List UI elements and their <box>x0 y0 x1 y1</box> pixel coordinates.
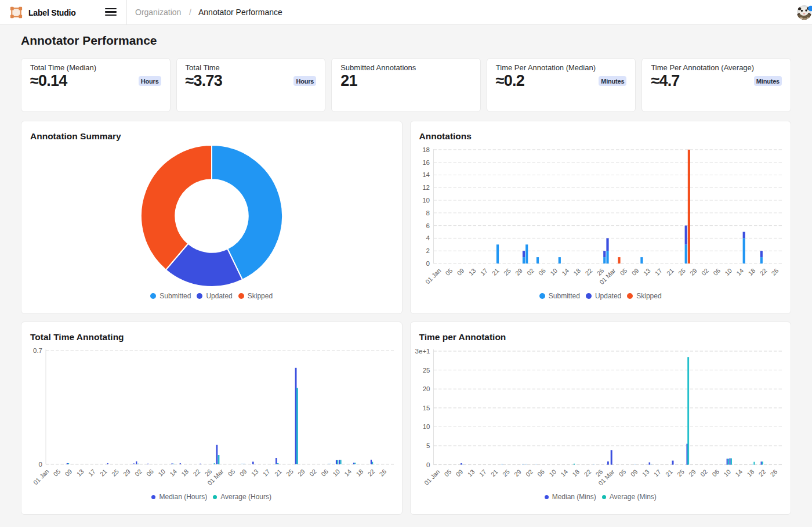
svg-text:05: 05 <box>227 468 237 478</box>
svg-text:02: 02 <box>525 267 535 277</box>
svg-text:20: 20 <box>422 385 430 392</box>
svg-text:17: 17 <box>477 468 487 478</box>
svg-text:05: 05 <box>52 468 62 478</box>
svg-text:5: 5 <box>426 442 430 449</box>
svg-text:22: 22 <box>757 468 767 478</box>
svg-text:14: 14 <box>168 468 178 478</box>
svg-text:29: 29 <box>122 468 132 478</box>
svg-text:15: 15 <box>422 405 430 412</box>
svg-text:13: 13 <box>466 468 476 478</box>
svg-text:17: 17 <box>652 468 662 478</box>
svg-text:22: 22 <box>366 468 376 478</box>
svg-text:0: 0 <box>426 260 429 267</box>
svg-text:2: 2 <box>426 247 429 254</box>
svg-text:29: 29 <box>687 468 697 478</box>
svg-text:25: 25 <box>676 267 686 277</box>
svg-text:18: 18 <box>745 468 755 478</box>
svg-text:06: 06 <box>320 468 329 478</box>
svg-text:02: 02 <box>133 468 143 478</box>
svg-text:10: 10 <box>723 267 733 277</box>
svg-text:02: 02 <box>700 267 710 277</box>
svg-text:18: 18 <box>354 468 364 478</box>
svg-text:21: 21 <box>665 267 675 277</box>
svg-text:17: 17 <box>653 267 663 277</box>
svg-text:13: 13 <box>641 267 651 277</box>
svg-text:25: 25 <box>502 267 512 277</box>
svg-text:3e+1: 3e+1 <box>415 348 430 355</box>
svg-text:18: 18 <box>572 267 582 277</box>
svg-text:6: 6 <box>426 222 429 229</box>
svg-text:17: 17 <box>478 267 488 277</box>
svg-text:09: 09 <box>629 468 639 478</box>
svg-text:13: 13 <box>467 267 477 277</box>
svg-text:22: 22 <box>582 468 592 478</box>
svg-text:17: 17 <box>262 468 271 478</box>
svg-text:18: 18 <box>746 267 756 277</box>
svg-text:29: 29 <box>512 468 522 478</box>
svg-text:06: 06 <box>537 267 547 277</box>
svg-text:18: 18 <box>422 146 430 153</box>
svg-text:29: 29 <box>513 267 523 277</box>
svg-text:05: 05 <box>618 267 628 277</box>
svg-text:12: 12 <box>422 184 430 191</box>
svg-text:0: 0 <box>39 461 42 468</box>
svg-text:10: 10 <box>422 197 430 204</box>
svg-text:06: 06 <box>712 267 722 277</box>
svg-text:21: 21 <box>664 468 673 478</box>
svg-text:25: 25 <box>110 468 120 478</box>
svg-text:14: 14 <box>559 468 569 478</box>
svg-text:16: 16 <box>422 159 430 166</box>
svg-text:14: 14 <box>343 468 353 478</box>
svg-text:21: 21 <box>489 468 499 478</box>
svg-text:13: 13 <box>250 468 260 478</box>
svg-text:09: 09 <box>455 267 465 277</box>
svg-text:0: 0 <box>426 461 430 468</box>
svg-text:05: 05 <box>617 468 627 478</box>
svg-text:05: 05 <box>444 267 454 277</box>
svg-text:05: 05 <box>443 468 452 478</box>
svg-text:21: 21 <box>273 468 283 478</box>
svg-text:09: 09 <box>238 468 248 478</box>
svg-text:29: 29 <box>688 267 698 277</box>
svg-text:10: 10 <box>157 468 166 478</box>
svg-text:09: 09 <box>630 267 640 277</box>
svg-text:13: 13 <box>75 468 85 478</box>
svg-text:02: 02 <box>308 468 318 478</box>
svg-text:26: 26 <box>768 468 778 478</box>
svg-text:06: 06 <box>536 468 546 478</box>
svg-text:4: 4 <box>426 234 430 241</box>
svg-text:8: 8 <box>426 210 429 216</box>
svg-text:09: 09 <box>454 468 464 478</box>
svg-text:26: 26 <box>770 267 780 277</box>
svg-text:0.7: 0.7 <box>33 347 42 354</box>
svg-text:01 Jan: 01 Jan <box>32 468 50 486</box>
svg-text:26: 26 <box>378 468 387 478</box>
svg-text:10: 10 <box>331 468 341 478</box>
svg-text:25: 25 <box>675 468 685 478</box>
svg-text:14: 14 <box>734 468 744 478</box>
svg-text:25: 25 <box>285 468 295 478</box>
svg-text:02: 02 <box>699 468 709 478</box>
svg-text:06: 06 <box>710 468 720 478</box>
svg-text:10: 10 <box>549 267 559 277</box>
svg-text:13: 13 <box>640 468 650 478</box>
svg-text:17: 17 <box>87 468 97 478</box>
svg-text:09: 09 <box>64 468 74 478</box>
svg-text:10: 10 <box>422 423 430 430</box>
svg-text:14: 14 <box>735 267 745 277</box>
svg-text:21: 21 <box>99 468 108 478</box>
svg-text:14: 14 <box>422 171 430 178</box>
svg-text:18: 18 <box>571 468 581 478</box>
svg-text:06: 06 <box>145 468 155 478</box>
svg-text:10: 10 <box>722 468 732 478</box>
svg-text:14: 14 <box>560 267 570 277</box>
svg-text:01 Jan: 01 Jan <box>424 267 442 285</box>
svg-text:22: 22 <box>583 267 593 277</box>
svg-text:25: 25 <box>501 468 510 478</box>
svg-text:22: 22 <box>191 468 201 478</box>
svg-text:22: 22 <box>758 267 768 277</box>
svg-text:01 Jan: 01 Jan <box>423 468 441 486</box>
svg-text:29: 29 <box>296 468 306 478</box>
svg-text:18: 18 <box>180 468 190 478</box>
svg-text:02: 02 <box>524 468 534 478</box>
